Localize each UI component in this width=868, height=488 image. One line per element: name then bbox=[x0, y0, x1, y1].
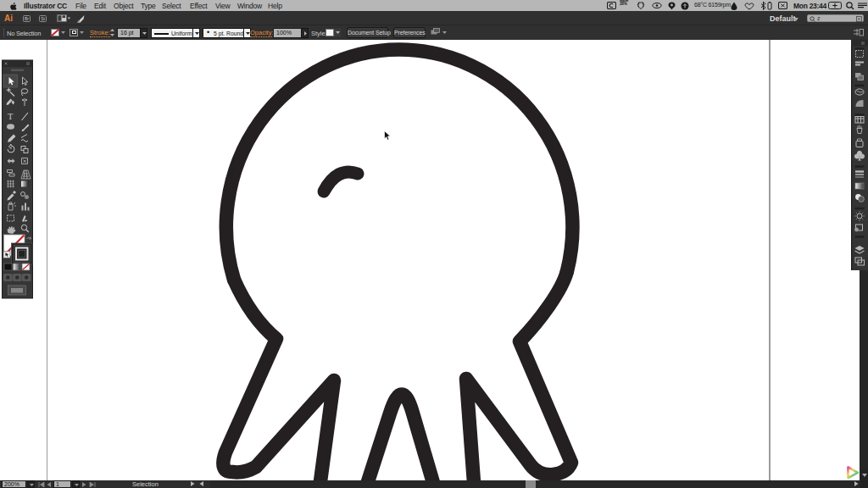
svg-text:T: T bbox=[8, 112, 14, 121]
